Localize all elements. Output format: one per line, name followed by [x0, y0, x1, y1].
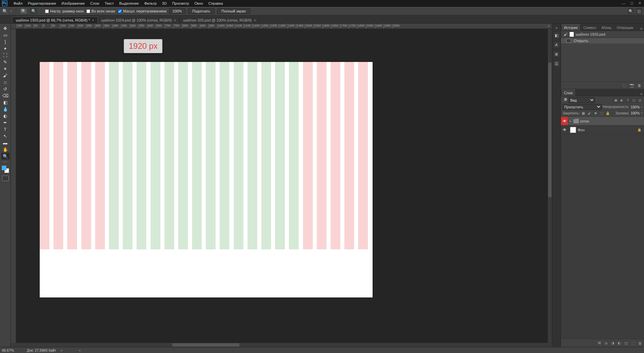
- scrubby-zoom-checkbox[interactable]: Масшт. перетаскиванием: [118, 9, 166, 13]
- doc-tab-320[interactable]: шаблон 320.psd @ 100% (сетка, RGB/8) ×: [180, 17, 260, 23]
- layer-name[interactable]: Фон: [578, 128, 585, 132]
- document-canvas[interactable]: [40, 62, 373, 297]
- shape-tool[interactable]: ▬: [1, 139, 9, 146]
- menu-file[interactable]: Файл: [11, 1, 25, 5]
- color-swatches[interactable]: [2, 166, 9, 173]
- filter-adjust-icon[interactable]: ◐: [619, 98, 624, 103]
- layer-effects-icon[interactable]: fx: [605, 341, 608, 345]
- edit-toolbar[interactable]: •••: [3, 160, 7, 164]
- opacity-value[interactable]: 100%: [631, 105, 640, 109]
- doc-tab-1920[interactable]: шаблон 1920.psd @ 66,7% (сетка, RGB/8) *…: [12, 16, 98, 23]
- history-step[interactable]: Открыть: [561, 38, 644, 43]
- new-snapshot-icon[interactable]: 📷: [630, 83, 634, 87]
- color-panel-icon[interactable]: ◧: [554, 32, 560, 38]
- zoom-out-button[interactable]: 🔍: [30, 8, 37, 14]
- docinfo-menu-icon[interactable]: ▸: [61, 349, 63, 352]
- move-tool[interactable]: ✥: [1, 25, 9, 32]
- fill-value[interactable]: 100%: [631, 111, 640, 115]
- window-maximize-icon[interactable]: ◻: [629, 1, 634, 6]
- tab-history[interactable]: История: [561, 24, 581, 31]
- layer-group-setka[interactable]: 👁 ▸ сетка: [561, 117, 644, 126]
- visibility-toggle-icon[interactable]: 👁: [561, 117, 568, 125]
- doc-info[interactable]: Док: 27,5M/0 байт: [27, 348, 56, 352]
- tab-paragraph[interactable]: Абзац: [599, 25, 614, 31]
- history-brush-tool[interactable]: ↺: [1, 85, 9, 92]
- canvas-vertical-scrollbar[interactable]: [548, 29, 552, 347]
- menu-edit[interactable]: Редактирование: [25, 1, 59, 5]
- marquee-tool[interactable]: ▭: [1, 32, 9, 38]
- healing-brush-tool[interactable]: ✶: [1, 65, 9, 72]
- tab-layers[interactable]: Слои: [561, 90, 576, 96]
- new-group-icon[interactable]: 🗀: [624, 341, 628, 345]
- magic-wand-tool[interactable]: ✦: [1, 45, 9, 52]
- layer-background[interactable]: 👁 Фон 🔒: [561, 126, 644, 134]
- workspace-switcher-icon[interactable]: ◫: [636, 8, 642, 14]
- blend-mode-select[interactable]: Пропустить: [563, 104, 602, 110]
- blur-tool[interactable]: 💧: [1, 106, 9, 112]
- lock-all-icon[interactable]: 🔒: [605, 111, 610, 115]
- eraser-tool[interactable]: ⌫: [1, 92, 9, 99]
- search-icon[interactable]: 🔍: [628, 8, 634, 14]
- doc-tab-1024[interactable]: шаблон 1024.psd @ 100% (сетка, RGB/8) ×: [98, 17, 180, 23]
- canvas-horizontal-scrollbar[interactable]: [11, 343, 552, 347]
- tab-symbol[interactable]: Символ: [581, 25, 599, 31]
- close-icon[interactable]: ×: [254, 18, 256, 22]
- window-close-icon[interactable]: ✕: [637, 1, 642, 6]
- panel-menu-icon[interactable]: ≡: [639, 27, 644, 31]
- zoom-in-button[interactable]: 🔍: [20, 8, 27, 14]
- lasso-tool[interactable]: ⟆: [1, 38, 9, 45]
- zoom-tool[interactable]: 🔍: [1, 153, 9, 160]
- menu-layers[interactable]: Слои: [87, 1, 102, 5]
- dodge-tool[interactable]: ◐: [1, 112, 9, 119]
- new-layer-icon[interactable]: ⬚: [632, 341, 635, 345]
- crop-tool[interactable]: ⛶: [1, 52, 9, 59]
- eyedropper-tool[interactable]: ✎: [1, 59, 9, 65]
- dock-toggle-icon[interactable]: ◂▸: [555, 26, 558, 29]
- filter-pixel-icon[interactable]: ▦: [613, 98, 618, 103]
- filter-shape-icon[interactable]: ▢: [632, 98, 636, 103]
- panel-menu-icon[interactable]: ≡: [639, 92, 644, 96]
- fill-screen-button[interactable]: Полный экран: [217, 8, 250, 14]
- status-scroll-left-icon[interactable]: ◂: [79, 349, 80, 352]
- brush-tool[interactable]: 🖌: [1, 72, 9, 79]
- close-icon[interactable]: ×: [174, 18, 176, 22]
- vertical-ruler[interactable]: [11, 29, 16, 347]
- menu-window[interactable]: Окно: [192, 1, 206, 5]
- close-icon[interactable]: ×: [92, 18, 94, 22]
- layer-mask-icon[interactable]: ◑: [611, 341, 614, 345]
- layer-filter-type[interactable]: Вид: [569, 97, 595, 103]
- adjustment-layer-icon[interactable]: ◐: [618, 341, 621, 345]
- clone-stamp-tool[interactable]: ⏍: [1, 79, 9, 85]
- visibility-toggle-icon[interactable]: 👁: [561, 126, 568, 134]
- lock-artboard-icon[interactable]: ⬚: [599, 111, 604, 115]
- resize-windows-checkbox[interactable]: Настр. размер окон: [45, 9, 84, 13]
- all-windows-checkbox[interactable]: Во всех окнах: [86, 9, 115, 13]
- canvas[interactable]: 1920 px: [16, 29, 552, 347]
- type-tool[interactable]: T: [1, 126, 9, 133]
- foreground-color[interactable]: [2, 166, 6, 170]
- horizontal-ruler[interactable]: 1501005005010015020025030035040045050055…: [16, 24, 552, 29]
- zoom-readout[interactable]: 66.67%: [2, 348, 22, 352]
- link-layers-icon[interactable]: ⌘: [598, 341, 601, 345]
- tab-actions[interactable]: Операции: [614, 25, 636, 31]
- gradient-tool[interactable]: ◧: [1, 99, 9, 106]
- pen-tool[interactable]: ✒: [1, 119, 9, 126]
- filter-smart-icon[interactable]: ◫: [638, 98, 642, 103]
- menu-help[interactable]: Справка: [206, 1, 226, 5]
- lock-pixels-icon[interactable]: 🖌: [587, 111, 592, 115]
- paragraph-panel-icon[interactable]: ≣: [554, 51, 560, 57]
- character-panel-icon[interactable]: A: [554, 42, 560, 48]
- fit-screen-button[interactable]: Подогнать: [188, 8, 215, 14]
- window-minimize-icon[interactable]: —: [621, 1, 626, 6]
- zoom-100-button[interactable]: 100%: [169, 8, 185, 14]
- filter-type-icon[interactable]: T: [626, 98, 630, 103]
- history-document-row[interactable]: 🖌 шаблон 1920.psd: [561, 31, 644, 38]
- quickmask-toggle[interactable]: [2, 176, 9, 181]
- menu-select[interactable]: Выделение: [117, 1, 142, 5]
- layer-name[interactable]: сетка: [580, 119, 589, 123]
- menu-3d[interactable]: 3D: [159, 1, 169, 5]
- lock-icon[interactable]: 🔒: [635, 128, 644, 132]
- properties-panel-icon[interactable]: ☰: [554, 61, 560, 67]
- delete-icon[interactable]: 🗑: [638, 83, 641, 87]
- menu-filter[interactable]: Фильтр: [142, 1, 159, 5]
